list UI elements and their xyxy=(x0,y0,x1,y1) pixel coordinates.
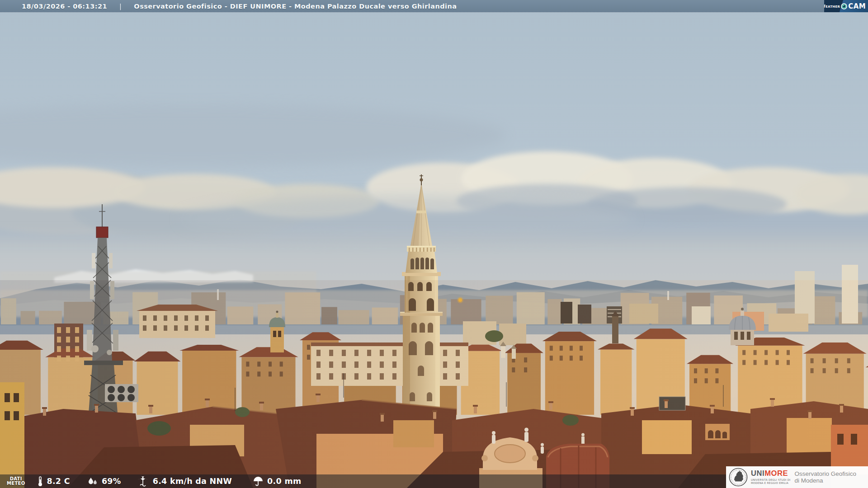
brand-subtitle: UNIVERSITÀ DEGLI STUDI DI MODENA E REGGI… xyxy=(751,479,791,485)
weathercam-cam: CAM xyxy=(848,2,866,10)
cityscape-photo xyxy=(0,0,868,488)
webcam-viewport: 18/03/2026 - 06:13:21 | Osservatorio Geo… xyxy=(0,0,868,488)
weathercam-word: Weather xyxy=(824,4,840,9)
humidity-reading: 69% xyxy=(87,476,121,486)
umbrella-icon xyxy=(253,476,264,486)
unimore-seal-icon xyxy=(729,468,748,487)
thermometer-icon xyxy=(38,476,43,487)
wind-vane-icon xyxy=(137,476,149,487)
timestamp: 18/03/2026 - 06:13:21 xyxy=(22,3,107,10)
observatory-name: Osservatorio Geofisico di Modena xyxy=(795,470,857,484)
camera-lens-icon xyxy=(841,3,847,9)
sunrise-light-wash xyxy=(0,280,868,488)
unimore-logo[interactable]: UNIMORE UNIVERSITÀ DEGLI STUDI DI MODENA… xyxy=(726,466,868,488)
unimore-wordmark: UNIMORE UNIVERSITÀ DEGLI STUDI DI MODENA… xyxy=(751,469,791,485)
brand-uni: UNI xyxy=(751,469,764,477)
status-bar: 18/03/2026 - 06:13:21 | Osservatorio Geo… xyxy=(0,0,868,13)
wind-reading: 6.4 km/h da NNW xyxy=(137,476,232,487)
precipitation-reading: 0.0 mm xyxy=(253,476,301,486)
weather-label: DATI METEO xyxy=(7,477,25,486)
brand-more: MORE xyxy=(764,469,788,477)
weathercam-logo[interactable]: Weather CAM xyxy=(824,0,868,12)
separator: | xyxy=(119,3,122,10)
humidity-drops-icon xyxy=(87,476,98,486)
temperature-reading: 8.2 C xyxy=(38,476,70,487)
camera-title: Osservatorio Geofisico - DIEF UNIMORE - … xyxy=(134,3,457,10)
